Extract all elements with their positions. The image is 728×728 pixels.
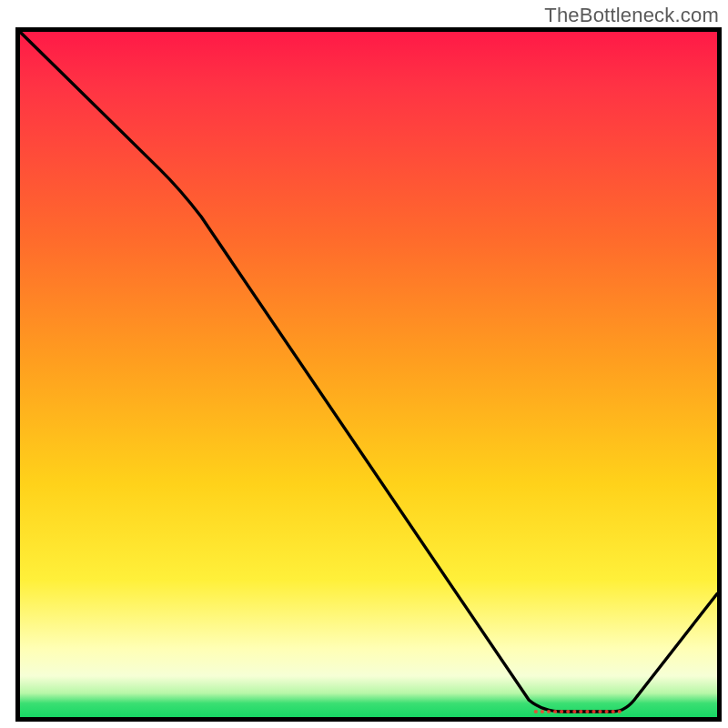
- svg-point-4: [560, 710, 563, 713]
- svg-point-12: [612, 710, 615, 713]
- svg-point-6: [572, 710, 576, 713]
- optimum-marker: [20, 32, 717, 717]
- svg-point-3: [553, 710, 557, 713]
- chart-frame: [15, 27, 722, 722]
- svg-point-1: [541, 710, 544, 713]
- svg-point-7: [579, 710, 582, 713]
- svg-point-11: [605, 710, 609, 713]
- svg-point-8: [585, 710, 589, 713]
- svg-point-5: [566, 710, 570, 713]
- svg-point-10: [598, 710, 602, 713]
- svg-point-13: [618, 710, 622, 713]
- svg-point-0: [534, 710, 538, 713]
- svg-point-2: [547, 710, 551, 713]
- svg-point-9: [592, 710, 595, 713]
- watermark-text: TheBottleneck.com: [544, 4, 719, 27]
